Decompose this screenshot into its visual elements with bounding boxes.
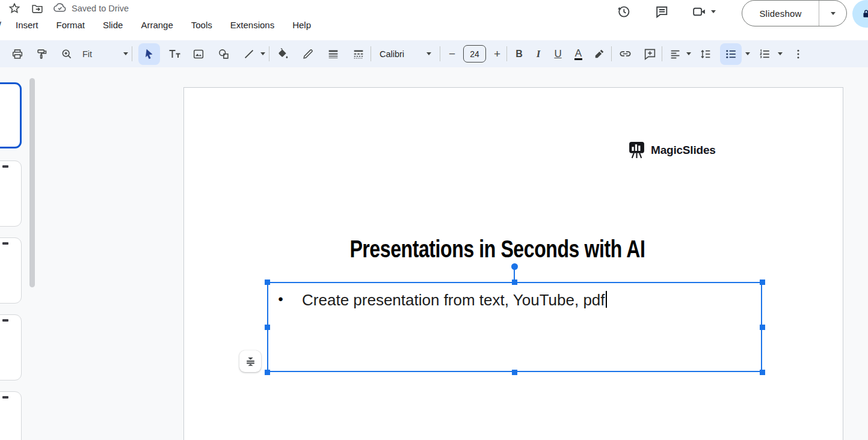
decrease-font-size-button[interactable]: −	[449, 47, 455, 61]
add-comment-button[interactable]	[641, 46, 658, 63]
zoom-value[interactable]: Fit	[82, 49, 109, 59]
paint-format-button[interactable]	[34, 46, 51, 63]
border-color-button[interactable]	[300, 46, 316, 63]
menu-item-format[interactable]: Format	[55, 18, 87, 32]
bulleted-list-caret-icon[interactable]	[745, 52, 750, 55]
insert-line-button[interactable]	[241, 46, 257, 63]
slide-thumbnail-3[interactable]	[0, 237, 22, 304]
resize-handle-top-center[interactable]	[512, 280, 517, 285]
line-spacing-button[interactable]	[697, 46, 714, 63]
folder-move-icon	[31, 2, 44, 15]
menu-item-arrange[interactable]: Arrange	[140, 18, 174, 32]
star-button[interactable]	[7, 1, 22, 16]
text-box-button[interactable]	[166, 46, 183, 63]
autofit-button[interactable]	[239, 350, 261, 372]
body-text[interactable]: Create presentation from text, YouTube, …	[302, 289, 606, 311]
line-options-caret-icon[interactable]	[260, 52, 265, 55]
cloud-saved-icon	[53, 1, 67, 15]
slide-title-text: Presentations in Seconds with AI	[349, 236, 645, 263]
align-caret-icon[interactable]	[686, 52, 691, 55]
editor-content: MagicSlides Presentations in Seconds wit…	[0, 67, 868, 440]
zoom-button[interactable]	[58, 46, 75, 63]
call-options-caret-icon[interactable]	[711, 10, 716, 13]
menu-item-view-clipped[interactable]: w	[0, 18, 1, 28]
slide-canvas[interactable]: MagicSlides Presentations in Seconds wit…	[183, 87, 843, 440]
numbered-list-button[interactable]	[756, 46, 773, 63]
font-family-value[interactable]: Calibri	[380, 49, 411, 59]
align-button[interactable]	[667, 46, 684, 63]
resize-handle-top-left[interactable]	[265, 280, 270, 285]
history-icon	[616, 4, 632, 19]
increase-font-size-button[interactable]: +	[494, 47, 500, 61]
insert-link-button[interactable]	[617, 46, 633, 63]
toolbar-separator	[440, 46, 440, 61]
fill-color-button[interactable]	[274, 46, 291, 63]
slide-thumbnail-5[interactable]	[0, 391, 22, 440]
slideshow-options-button[interactable]	[819, 1, 846, 26]
border-weight-button[interactable]	[325, 46, 342, 63]
body-text-box[interactable]: ● Create presentation from text, YouTube…	[267, 282, 762, 372]
move-button[interactable]	[29, 1, 45, 16]
menu-item-slide[interactable]: Slide	[102, 18, 124, 32]
bulleted-list-button[interactable]	[720, 43, 742, 65]
resize-handle-bottom-left[interactable]	[265, 370, 270, 375]
underline-button[interactable]: U	[554, 48, 561, 60]
highlight-color-button[interactable]	[591, 46, 608, 63]
mini-logo	[2, 396, 8, 399]
button-divider	[819, 1, 819, 26]
menu-item-tools[interactable]: Tools	[190, 18, 214, 32]
insert-shape-button[interactable]	[215, 46, 232, 63]
slide-thumbnail-2[interactable]	[0, 160, 22, 227]
share-button[interactable]	[852, 0, 868, 28]
resize-handle-mid-right[interactable]	[760, 325, 765, 330]
numbered-list-icon	[758, 47, 771, 61]
text-color-button[interactable]: A	[574, 48, 582, 60]
zoom-caret-icon[interactable]	[123, 52, 128, 55]
comments-button[interactable]	[653, 2, 671, 20]
body-text-content: Create presentation from text, YouTube, …	[302, 291, 605, 309]
resize-handle-bottom-center[interactable]	[512, 370, 517, 375]
toolbar-separator	[662, 46, 662, 61]
resize-handle-bottom-right[interactable]	[760, 370, 765, 375]
print-button[interactable]	[9, 46, 26, 63]
slides-app: Saved to Drive Slideshow	[0, 0, 868, 440]
more-options-button[interactable]	[790, 46, 807, 63]
italic-button[interactable]: I	[537, 48, 541, 60]
border-dash-icon	[352, 47, 365, 61]
numbered-list-caret-icon[interactable]	[778, 52, 783, 55]
slideshow-button[interactable]: Slideshow	[742, 0, 847, 26]
slide-thumbnail-4[interactable]	[0, 314, 22, 380]
brand-logo[interactable]: MagicSlides	[628, 141, 716, 159]
join-call-button[interactable]	[691, 2, 717, 20]
chevron-down-icon	[831, 12, 836, 15]
lock-icon	[860, 8, 868, 20]
rotation-handle[interactable]	[511, 263, 518, 270]
insert-image-button[interactable]	[190, 46, 207, 63]
resize-handle-top-right[interactable]	[760, 280, 765, 285]
slide-thumbnail-1[interactable]	[0, 82, 22, 148]
version-history-button[interactable]	[615, 2, 633, 20]
font-family-caret-icon[interactable]	[426, 52, 431, 55]
slide-title[interactable]: Presentations in Seconds with AI	[168, 236, 826, 263]
video-camera-icon	[692, 4, 707, 19]
filmstrip-scrollbar[interactable]	[29, 78, 35, 287]
more-vertical-icon	[792, 48, 804, 60]
brand-name: MagicSlides	[651, 144, 716, 157]
line-spacing-icon	[699, 47, 712, 61]
toolbar: Fit	[0, 40, 868, 67]
document-status[interactable]: Saved to Drive	[53, 1, 129, 15]
font-size-input[interactable]: 24	[463, 45, 486, 63]
resize-handle-mid-left[interactable]	[265, 325, 270, 330]
saved-status-label: Saved to Drive	[72, 4, 129, 13]
fill-color-icon	[276, 47, 289, 61]
menu-item-extensions[interactable]: Extensions	[229, 18, 275, 32]
bulleted-list-icon	[724, 47, 737, 61]
menu-item-insert[interactable]: Insert	[14, 18, 40, 32]
border-dash-button[interactable]	[350, 46, 367, 63]
menu-item-help[interactable]: Help	[291, 18, 312, 32]
bullet-glyph: ●	[278, 293, 283, 304]
bold-button[interactable]: B	[516, 49, 523, 60]
toolbar-separator	[269, 46, 269, 61]
comment-icon	[654, 4, 669, 19]
select-tool-button[interactable]	[138, 43, 160, 65]
